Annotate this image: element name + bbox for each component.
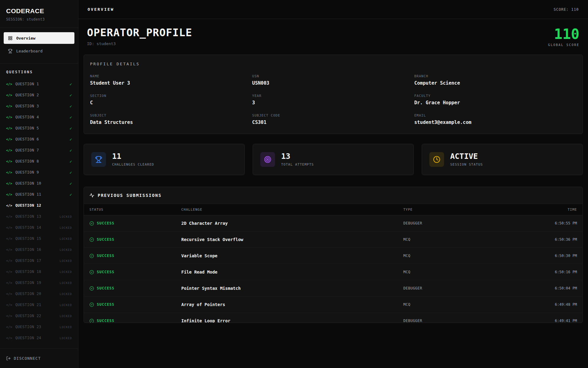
code-icon: </> xyxy=(6,104,12,108)
submissions-title: PREVIOUS SUBMISSIONS xyxy=(98,193,162,198)
check-icon: ✓ xyxy=(70,104,72,109)
question-label: QUESTION 1 xyxy=(15,82,39,86)
nav-label: Leaderboard xyxy=(16,49,43,53)
code-icon: </> xyxy=(6,171,12,174)
sidebar-question-item[interactable]: </> QUESTION 19 LOCKED xyxy=(6,277,72,288)
profile-field: EMAIL student3@example.com xyxy=(414,113,576,125)
locked-badge: LOCKED xyxy=(60,226,72,229)
code-icon: </> xyxy=(6,193,12,197)
code-icon: </> xyxy=(6,270,12,274)
submission-time: 6:50:16 PM xyxy=(522,270,577,274)
profile-details-card: PROFILE DETAILS NAME Student User 3 USN … xyxy=(84,55,583,134)
question-label: QUESTION 14 xyxy=(15,225,41,230)
sidebar-question-item[interactable]: </> QUESTION 14 LOCKED xyxy=(6,222,72,233)
sidebar-question-item[interactable]: </> QUESTION 16 LOCKED xyxy=(6,244,72,255)
code-icon: </> xyxy=(6,182,12,186)
page-title: OPERATOR_PROFILE xyxy=(87,26,192,39)
stat-value: 13 xyxy=(281,152,314,160)
challenge-name: File Read Mode xyxy=(181,270,403,274)
sidebar-footer: DISCONNECT xyxy=(0,348,78,368)
sidebar-question-item[interactable]: </> QUESTION 21 LOCKED xyxy=(6,299,72,310)
code-icon: </> xyxy=(6,215,12,219)
sidebar-question-item[interactable]: </> QUESTION 18 LOCKED xyxy=(6,266,72,277)
field-value: Student User 3 xyxy=(90,80,252,86)
challenge-name: 2D Character Array xyxy=(181,221,403,226)
sidebar-question-item[interactable]: </> QUESTION 22 LOCKED xyxy=(6,310,72,321)
locked-badge: LOCKED xyxy=(60,314,72,318)
sidebar-question-item[interactable]: </> QUESTION 9 ✓ xyxy=(6,167,72,178)
sidebar-question-item[interactable]: </> QUESTION 4 ✓ xyxy=(6,112,72,123)
check-icon: ✓ xyxy=(70,170,72,175)
profile-field: FACULTY Dr. Grace Hopper xyxy=(414,94,576,105)
sidebar-header: CODERACE SESSION: student3 xyxy=(0,0,78,28)
profile-field: BRANCH Computer Science xyxy=(414,74,576,86)
question-label: QUESTION 12 xyxy=(15,203,41,208)
submission-row: SUCCESS Pointer Syntax Mismatch DEBUGGER… xyxy=(84,280,582,297)
session-label: SESSION: student3 xyxy=(6,17,72,21)
challenge-name: Pointer Syntax Mismatch xyxy=(181,286,403,291)
sidebar-question-item[interactable]: </> QUESTION 7 ✓ xyxy=(6,145,72,156)
code-icon: </> xyxy=(6,126,12,130)
submissions-header: PREVIOUS SUBMISSIONS xyxy=(84,187,582,204)
sidebar-question-item[interactable]: </> QUESTION 13 LOCKED xyxy=(6,211,72,222)
sidebar-question-item[interactable]: </> QUESTION 8 ✓ xyxy=(6,156,72,167)
sidebar-question-item[interactable]: </> QUESTION 5 ✓ xyxy=(6,123,72,134)
sidebar-item-overview[interactable]: Overview xyxy=(4,32,74,44)
challenge-type: MCQ xyxy=(403,237,522,242)
locked-badge: LOCKED xyxy=(60,259,72,263)
sidebar-question-item[interactable]: </> QUESTION 17 LOCKED xyxy=(6,255,72,266)
topbar-score: SCORE: 110 xyxy=(554,7,579,12)
code-icon: </> xyxy=(6,237,12,241)
question-label: QUESTION 20 xyxy=(15,292,41,296)
logout-icon xyxy=(6,356,11,361)
clock-icon xyxy=(429,152,444,167)
field-value: USN003 xyxy=(252,80,414,86)
status-badge: SUCCESS xyxy=(97,270,115,274)
table-body: SUCCESS 2D Character Array DEBUGGER 6:50… xyxy=(84,215,582,323)
status-badge: SUCCESS xyxy=(97,221,115,225)
field-label: NAME xyxy=(90,74,252,78)
code-icon: </> xyxy=(6,292,12,296)
challenge-name: Recursive Stack Overflow xyxy=(181,237,403,242)
check-circle-icon xyxy=(89,237,94,242)
sidebar-question-item[interactable]: </> QUESTION 24 LOCKED xyxy=(6,332,72,343)
global-score-label: GLOBAL SCORE xyxy=(548,43,579,47)
sidebar-question-item[interactable]: </> QUESTION 1 ✓ xyxy=(6,79,72,90)
code-icon: </> xyxy=(6,159,12,163)
sidebar-question-item[interactable]: </> QUESTION 3 ✓ xyxy=(6,101,72,112)
sidebar-question-item[interactable]: </> QUESTION 6 ✓ xyxy=(6,134,72,145)
question-label: QUESTION 5 xyxy=(15,126,39,130)
check-circle-icon xyxy=(89,302,94,307)
question-label: QUESTION 24 xyxy=(15,336,41,340)
field-label: BRANCH xyxy=(414,74,576,78)
code-icon: </> xyxy=(6,93,12,97)
sidebar-question-item[interactable]: </> QUESTION 23 LOCKED xyxy=(6,321,72,332)
code-icon: </> xyxy=(6,226,12,230)
status-badge: SUCCESS xyxy=(97,286,115,290)
question-label: QUESTION 13 xyxy=(15,214,41,219)
sidebar-question-item[interactable]: </> QUESTION 20 LOCKED xyxy=(6,288,72,299)
sidebar-question-item[interactable]: </> QUESTION 15 LOCKED xyxy=(6,233,72,244)
check-circle-icon xyxy=(89,286,94,291)
locked-badge: LOCKED xyxy=(60,303,72,307)
question-label: QUESTION 10 xyxy=(15,181,41,186)
check-icon: ✓ xyxy=(70,137,72,142)
question-label: QUESTION 8 xyxy=(15,159,39,163)
check-circle-icon xyxy=(89,319,94,323)
field-label: SUBJECT CODE xyxy=(252,113,414,117)
code-icon: </> xyxy=(6,336,12,340)
question-label: QUESTION 18 xyxy=(15,270,41,274)
field-label: SECTION xyxy=(90,94,252,98)
disconnect-button[interactable]: DISCONNECT xyxy=(6,356,72,361)
sidebar-question-item[interactable]: </> QUESTION 11 ✓ xyxy=(6,189,72,200)
check-icon: ✓ xyxy=(70,93,72,98)
sidebar-question-item[interactable]: </> QUESTION 2 ✓ xyxy=(6,90,72,101)
col-challenge: CHALLENGE xyxy=(181,208,403,212)
code-icon: </> xyxy=(6,325,12,329)
sidebar-item-leaderboard[interactable]: Leaderboard xyxy=(4,45,74,57)
sidebar-question-item[interactable]: </> QUESTION 12 xyxy=(6,200,72,211)
code-icon: </> xyxy=(6,281,12,285)
trophy-icon xyxy=(91,152,106,167)
sidebar-question-item[interactable]: </> QUESTION 10 ✓ xyxy=(6,178,72,189)
submission-time: 6:50:36 PM xyxy=(522,237,577,242)
